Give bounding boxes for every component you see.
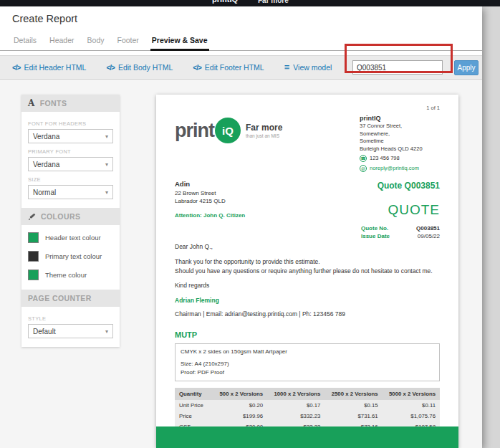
edit-footer-html-label: Edit Footer HTML bbox=[205, 63, 264, 72]
edit-footer-html-button[interactable]: </> Edit Footer HTML bbox=[193, 63, 264, 72]
dialog-header: Create Report bbox=[0, 6, 482, 31]
company-address-line: Somewhere, bbox=[360, 130, 440, 138]
edit-header-html-label: Edit Header HTML bbox=[24, 63, 86, 72]
page-counter-style-value: Default bbox=[33, 328, 56, 335]
page-counter-text: 1 of 1 bbox=[360, 105, 440, 113]
tab-footer[interactable]: Footer bbox=[116, 31, 140, 51]
edit-body-html-label: Edit Body HTML bbox=[118, 63, 173, 72]
tab-bar: Details Header Body Footer Preview & Sav… bbox=[0, 31, 482, 51]
topbar-logo-fragment: printIQ bbox=[212, 0, 238, 4]
cell-value: $107.58 bbox=[383, 421, 440, 426]
preview-content-area: A FONTS FONT FOR HEADERS Verdana ▾ PRIMA… bbox=[0, 80, 482, 448]
logo-tagline-sub: than just an MIS bbox=[246, 133, 282, 138]
customer-address-line: 22 Brown Street bbox=[175, 189, 245, 198]
logo-print-text: print bbox=[175, 120, 214, 142]
size-value: Normal bbox=[33, 189, 56, 196]
list-icon: ≡ bbox=[284, 64, 290, 71]
issue-date-label: Issue Date bbox=[361, 233, 390, 239]
column-header: 1000 x 2 Versions bbox=[267, 388, 324, 400]
page-counter-section-title: PAGE COUNTER bbox=[28, 294, 92, 302]
letter-body: Dear John Q., Thank you for the opportun… bbox=[175, 241, 440, 319]
chevron-down-icon: ▾ bbox=[105, 161, 108, 168]
logo-tagline: Far more than just an MIS bbox=[246, 123, 282, 138]
product-size: Size: A4 (210x297) bbox=[181, 360, 434, 368]
page-counter-style-select[interactable]: Default ▾ bbox=[28, 324, 113, 338]
logo-iq-circle-icon: iQ bbox=[215, 118, 241, 143]
letter-line: Thank you for the opportunity to provide… bbox=[175, 257, 440, 267]
edit-body-html-button[interactable]: </> Edit Body HTML bbox=[106, 63, 173, 72]
header-text-colour-label: Header text colour bbox=[45, 234, 101, 242]
row-label: Unit Price bbox=[175, 400, 213, 411]
header-text-colour-swatch[interactable] bbox=[28, 232, 39, 243]
font-for-headers-label: FONT FOR HEADERS bbox=[28, 120, 113, 127]
font-a-icon: A bbox=[28, 98, 35, 108]
report-number-input[interactable] bbox=[352, 60, 443, 75]
customer-quote-row: Adin 22 Brown Street Labrador 4215 QLD A… bbox=[175, 179, 440, 241]
company-email: noreply@printiq.com bbox=[370, 165, 419, 173]
font-for-headers-select[interactable]: Verdana ▾ bbox=[28, 129, 113, 143]
theme-colour-row[interactable]: Theme colour bbox=[28, 270, 113, 280]
primary-text-colour-row[interactable]: Primary text colour bbox=[28, 251, 113, 262]
primary-font-select[interactable]: Verdana ▾ bbox=[28, 157, 113, 171]
row-label: GST bbox=[175, 421, 213, 426]
quote-no-row: Quote No. Q003851 bbox=[361, 225, 440, 232]
company-address-line: 37 Connor Street, bbox=[360, 123, 440, 130]
tab-header[interactable]: Header bbox=[48, 31, 75, 51]
quote-reference: Quote Q003851 bbox=[378, 181, 440, 191]
letter-line: Should you have any questions or require… bbox=[175, 267, 440, 276]
company-address-line: Burleigh Heads QLD 4220 bbox=[360, 146, 440, 153]
primary-text-colour-swatch[interactable] bbox=[28, 251, 39, 262]
cell-value: $0.11 bbox=[383, 400, 440, 411]
issue-date-value: 09/05/22 bbox=[418, 233, 440, 239]
create-report-dialog: Create Report Details Header Body Footer… bbox=[0, 6, 482, 448]
customer-address-line: Labrador 4215 QLD bbox=[175, 197, 245, 206]
column-header: 2500 x 2 Versions bbox=[324, 388, 382, 400]
preview-toolbar: </> Edit Header HTML </> Edit Body HTML … bbox=[0, 55, 482, 80]
topbar-tagline-fragment: Far more bbox=[258, 0, 289, 4]
email-at-icon: @ bbox=[360, 165, 367, 172]
cell-value: $20.00 bbox=[213, 421, 267, 426]
cell-value: $0.15 bbox=[324, 400, 382, 411]
theme-colour-label: Theme colour bbox=[45, 271, 87, 279]
attention-line: Attention: John Q. Citizen bbox=[175, 211, 245, 220]
edit-header-html-button[interactable]: </> Edit Header HTML bbox=[12, 63, 86, 72]
tab-details[interactable]: Details bbox=[12, 31, 38, 51]
view-model-button[interactable]: ≡ View model bbox=[284, 63, 332, 72]
quote-no-label: Quote No. bbox=[361, 225, 388, 232]
cell-value: $199.96 bbox=[213, 411, 267, 421]
font-for-headers-value: Verdana bbox=[33, 133, 59, 140]
page-counter-section-header: PAGE COUNTER bbox=[21, 290, 120, 307]
colours-section-title: COLOURS bbox=[41, 212, 80, 221]
tab-body[interactable]: Body bbox=[86, 31, 106, 51]
company-phone: 123 456 798 bbox=[370, 155, 400, 163]
cell-value: $1,075.76 bbox=[383, 411, 440, 421]
table-row: Unit Price $0.20 $0.17 $0.15 $0.11 bbox=[175, 400, 440, 411]
colours-section-body: Header text colour Primary text colour T… bbox=[21, 225, 120, 290]
company-name: printIQ bbox=[360, 114, 440, 123]
document-header-row: print iQ Far more than just an MIS 1 of … bbox=[175, 105, 440, 172]
report-options-sidebar: A FONTS FONT FOR HEADERS Verdana ▾ PRIMA… bbox=[21, 95, 120, 347]
customer-address-block: Adin 22 Brown Street Labrador 4215 QLD A… bbox=[175, 179, 245, 241]
quote-summary-block: Quote Q003851 QUOTE Quote No. Q003851 Is… bbox=[361, 179, 440, 241]
table-row: Price $199.96 $332.23 $731.61 $1,075.76 bbox=[175, 411, 440, 421]
quote-no-value: Q003851 bbox=[416, 225, 440, 232]
product-title: MUTP bbox=[175, 330, 440, 339]
top-navigation-bar: printIQ Far more bbox=[0, 0, 500, 6]
product-description: CMYK x 2 sides on 150gsm Matt Artpaper bbox=[181, 348, 434, 356]
column-header: 500 x 2 Versions bbox=[213, 388, 267, 400]
cell-value: $731.61 bbox=[324, 411, 382, 421]
fonts-section-header: A FONTS bbox=[21, 95, 120, 112]
fonts-section-title: FONTS bbox=[40, 99, 67, 108]
size-select[interactable]: Normal ▾ bbox=[28, 185, 113, 199]
apply-button[interactable]: Apply bbox=[454, 60, 479, 75]
code-icon: </> bbox=[193, 64, 201, 72]
cell-value: $33.22 bbox=[267, 421, 324, 426]
issue-date-row: Issue Date 09/05/22 bbox=[361, 233, 440, 239]
column-header: 5000 x 2 Versions bbox=[383, 388, 440, 400]
code-icon: </> bbox=[106, 64, 114, 72]
report-preview-document: print iQ Far more than just an MIS 1 of … bbox=[156, 95, 458, 448]
tab-preview-save[interactable]: Preview & Save bbox=[150, 31, 209, 51]
letter-paragraph: Thank you for the opportunity to provide… bbox=[175, 257, 440, 276]
header-text-colour-row[interactable]: Header text colour bbox=[28, 232, 113, 243]
theme-colour-swatch[interactable] bbox=[28, 270, 39, 280]
